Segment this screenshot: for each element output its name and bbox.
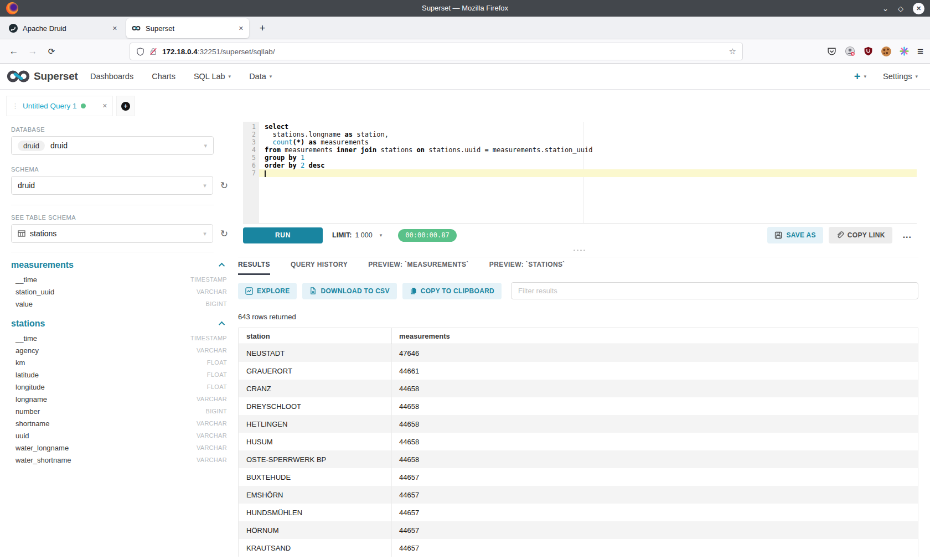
table-select[interactable]: stations ▾ (11, 224, 213, 243)
save-floppy-icon (774, 231, 782, 239)
tab-preview-stations[interactable]: PREVIEW: `STATIONS` (489, 261, 565, 275)
nav-item-label: Charts (152, 72, 175, 81)
tab-close-icon[interactable]: ✕ (239, 25, 244, 32)
add-new-button[interactable]: +▾ (854, 71, 866, 82)
table-row: OSTE-SPERRWERK BP44658 (239, 450, 918, 468)
drag-handle-icon[interactable]: ⋮ (12, 102, 19, 110)
cell-station: HÖRNUM (239, 521, 392, 539)
table-row: KRAUTSAND44657 (239, 539, 918, 557)
chevron-up-icon[interactable] (219, 263, 225, 269)
divider (11, 205, 214, 205)
column-type: VARCHAR (197, 347, 227, 354)
forward-button[interactable]: → (24, 43, 41, 60)
chevron-down-icon: ▾ (203, 182, 206, 189)
save-as-button[interactable]: SAVE AS (767, 227, 823, 243)
column-name: longname (16, 395, 47, 403)
table-row: DREYSCHLOOT44658 (239, 397, 918, 415)
window-close-icon[interactable]: ✕ (913, 3, 924, 14)
limit-dropdown[interactable]: LIMIT: 1 000 ▾ (332, 231, 382, 239)
sql-editor[interactable]: 1234567 select stations.longname as stat… (243, 122, 917, 224)
add-query-tab-button[interactable]: + (116, 96, 135, 116)
query-tab-close-icon[interactable]: ✕ (102, 102, 107, 110)
column-name: __time (16, 276, 37, 284)
insecure-lock-icon[interactable] (149, 48, 157, 55)
profile-disabled-icon[interactable] (845, 46, 855, 56)
column-type: VARCHAR (197, 444, 227, 451)
schema-select[interactable]: druid ▾ (11, 176, 213, 195)
copy-clipboard-label: COPY TO CLIPBOARD (421, 287, 494, 295)
more-actions-button[interactable]: ... (898, 230, 917, 240)
menu-hamburger-icon[interactable]: ≡ (917, 45, 923, 58)
refresh-table-icon[interactable]: ↻ (220, 229, 228, 238)
column-type: FLOAT (207, 359, 227, 366)
table-row: CRANZ44658 (239, 380, 918, 397)
bookmark-star-icon[interactable]: ☆ (729, 46, 736, 56)
nav-item-sql-lab[interactable]: SQL Lab▾ (194, 72, 231, 81)
column-type: VARCHAR (197, 288, 227, 295)
table-section-name: stations (11, 319, 45, 329)
asterisk-extension-icon[interactable] (900, 46, 909, 56)
divider (11, 252, 214, 252)
tab-close-icon[interactable]: ✕ (112, 25, 117, 32)
run-button[interactable]: RUN (243, 227, 323, 243)
table-section-heading[interactable]: measurements (11, 257, 228, 273)
cell-station: BUXTEHUDE (239, 468, 392, 486)
window-minimize-icon[interactable]: ⌄ (882, 5, 888, 12)
column-row: water_shortnameVARCHAR (11, 454, 228, 466)
settings-menu[interactable]: Settings▾ (883, 72, 918, 81)
column-header-measurements[interactable]: measurements (392, 328, 918, 344)
nav-item-charts[interactable]: Charts (152, 72, 175, 81)
database-select-value: druid (50, 141, 68, 150)
tab-results[interactable]: RESULTS (238, 261, 270, 275)
filter-results-input[interactable] (511, 282, 918, 299)
panel-resize-handle[interactable] (569, 248, 589, 252)
nav-item-label: SQL Lab (194, 72, 225, 81)
ublock-icon[interactable] (864, 46, 873, 56)
gutter-line-number: 4 (243, 146, 259, 154)
browser-tab-superset[interactable]: Superset ✕ (126, 18, 249, 38)
chevron-down-icon: ▾ (270, 74, 272, 79)
column-header-station[interactable]: station (239, 328, 392, 344)
window-maximize-icon[interactable]: ◇ (898, 5, 903, 12)
browser-toolbar: ← → ⟳ 172.18.0.4:32251/superset/sqllab/ … (0, 39, 930, 64)
table-section-heading[interactable]: stations (11, 315, 228, 332)
pocket-icon[interactable] (827, 46, 836, 56)
column-row: __timeTIMESTAMP (11, 332, 228, 344)
column-name: number (16, 407, 40, 416)
refresh-schema-icon[interactable]: ↻ (220, 181, 228, 190)
back-button[interactable]: ← (6, 43, 22, 60)
shield-icon[interactable] (136, 48, 144, 56)
new-tab-button[interactable]: + (255, 21, 270, 35)
tab-preview-measurements[interactable]: PREVIEW: `MEASUREMENTS` (368, 261, 469, 275)
table-schema-label: SEE TABLE SCHEMA (11, 214, 228, 221)
column-name: __time (16, 334, 37, 343)
column-name: longitude (16, 383, 45, 391)
browser-tab-apache-druid[interactable]: Apache Druid ✕ (3, 19, 123, 38)
cell-measurements: 44657 (392, 539, 918, 557)
sqllab-left-panel: DATABASE druid druid ▾ SCHEMA druid ▾ ↻ … (11, 126, 228, 471)
copy-link-button[interactable]: COPY LINK (829, 227, 892, 243)
nav-item-data[interactable]: Data▾ (249, 72, 272, 81)
copy-clipboard-button[interactable]: COPY TO CLIPBOARD (402, 283, 502, 299)
column-row: water_longnameVARCHAR (11, 442, 228, 454)
cell-measurements: 44657 (392, 504, 918, 521)
nav-item-dashboards[interactable]: Dashboards (90, 72, 133, 81)
window-titlebar: Superset — Mozilla Firefox ⌄ ◇ ✕ (0, 0, 930, 17)
table-grid-icon (18, 230, 25, 237)
chevron-up-icon[interactable] (219, 322, 225, 328)
download-csv-button[interactable]: DOWNLOAD TO CSV (302, 283, 396, 299)
tab-query-history[interactable]: QUERY HISTORY (291, 261, 348, 275)
cell-station: CRANZ (239, 380, 392, 397)
table-row: NEUSTADT47646 (239, 344, 918, 362)
superset-infinity-icon (7, 70, 30, 83)
url-bar[interactable]: 172.18.0.4:32251/superset/sqllab/ ☆ (130, 43, 743, 60)
cookie-icon[interactable] (881, 46, 891, 56)
superset-logo[interactable]: Superset (7, 64, 78, 89)
database-select[interactable]: druid druid ▾ (11, 136, 214, 155)
column-row: latitudeFLOAT (11, 369, 228, 381)
explore-button[interactable]: EXPLORE (238, 283, 297, 299)
cell-measurements: 44657 (392, 521, 918, 539)
reload-button[interactable]: ⟳ (43, 43, 60, 60)
query-tab-untitled-query-1[interactable]: ⋮ Untitled Query 1 ✕ (6, 96, 113, 116)
query-timer-badge: 00:00:00.87 (398, 229, 456, 242)
